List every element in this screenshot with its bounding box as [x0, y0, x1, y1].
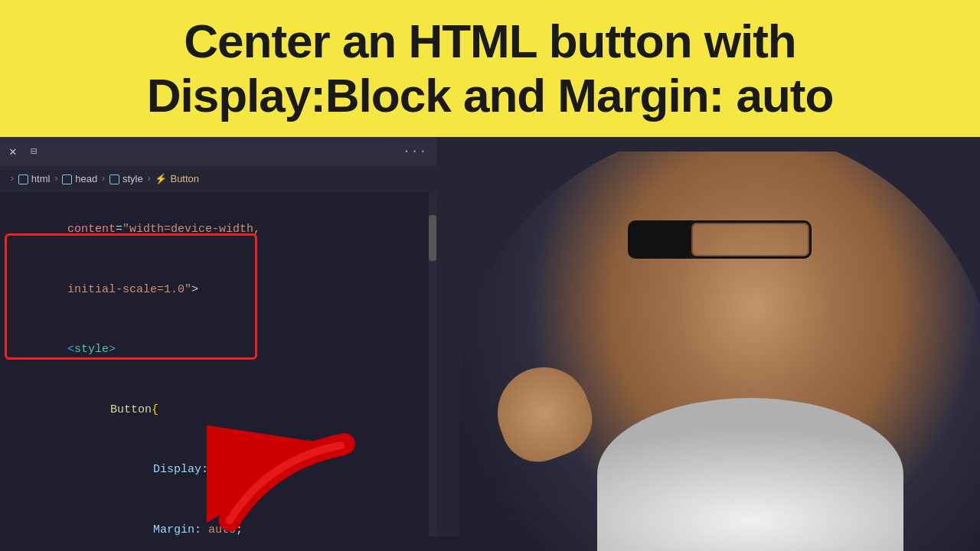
close-button[interactable]: ✕ — [9, 144, 17, 159]
topbar-icons: ⊟ — [31, 145, 37, 158]
editor-topbar: ✕ ⊟ ··· — [0, 137, 436, 166]
breadcrumb-chevron: › — [9, 173, 15, 184]
code-line-3: <style> — [0, 320, 436, 380]
code-line-1: content="width=device-width, — [0, 200, 436, 260]
editor-more-icon[interactable]: ··· — [403, 145, 427, 158]
breadcrumb-sep3: › — [146, 173, 152, 184]
code-line-2: initial-scale=1.0"> — [0, 259, 436, 320]
editor-topbar-left: ✕ ⊟ — [9, 144, 37, 159]
editor-scrollbar[interactable] — [429, 192, 436, 536]
title-line1: Center an HTML button with — [184, 15, 795, 67]
main-area: ✕ ⊟ ··· › html › head › style — [0, 137, 980, 536]
breadcrumb: › html › head › style › ⚡ Button — [0, 166, 436, 192]
breadcrumb-sep1: › — [53, 173, 59, 184]
breadcrumb-html[interactable]: html — [18, 173, 51, 184]
split-editor-icon[interactable]: ⊟ — [31, 145, 37, 158]
breadcrumb-sep2: › — [100, 173, 106, 184]
breadcrumb-style[interactable]: style — [109, 173, 143, 184]
button-bolt-icon: ⚡ — [155, 173, 167, 184]
breadcrumb-head[interactable]: head — [62, 173, 97, 184]
scrollbar-thumb[interactable] — [429, 215, 436, 261]
right-editor-bg — [436, 137, 980, 536]
breadcrumb-button[interactable]: ⚡ Button — [155, 173, 199, 184]
style-cube-icon — [109, 174, 119, 184]
html-cube-icon — [18, 174, 28, 184]
head-cube-icon — [62, 174, 72, 184]
title-text: Center an HTML button with Display:Block… — [31, 14, 949, 123]
title-banner: Center an HTML button with Display:Block… — [0, 0, 980, 137]
red-arrow — [207, 398, 375, 536]
title-line2: Display:Block and Margin: auto — [147, 69, 834, 122]
